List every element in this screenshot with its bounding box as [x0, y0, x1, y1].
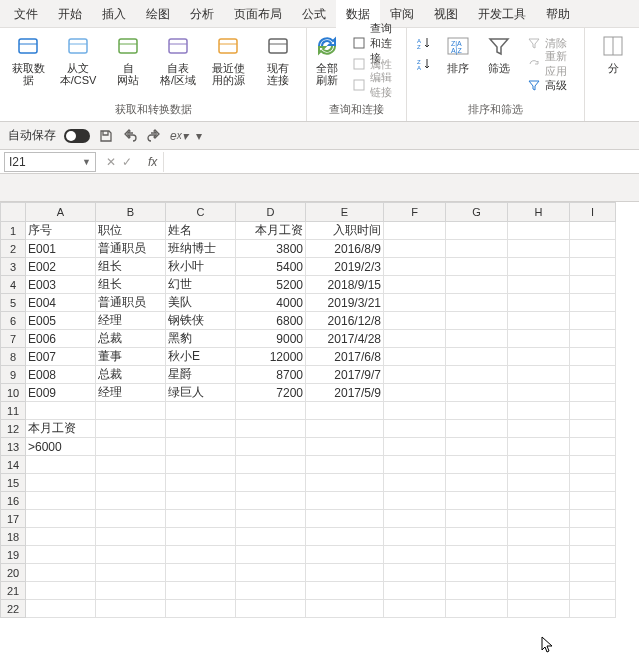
cell[interactable] [384, 528, 446, 546]
cell[interactable] [166, 528, 236, 546]
cell[interactable]: 总裁 [96, 366, 166, 384]
ribbon-button[interactable]: 现有连接 [256, 32, 300, 86]
cell[interactable] [384, 384, 446, 402]
cell[interactable]: 12000 [236, 348, 306, 366]
cell[interactable] [96, 600, 166, 618]
cell[interactable] [446, 564, 508, 582]
cell[interactable] [446, 474, 508, 492]
row-header[interactable]: 18 [0, 528, 26, 546]
cell[interactable]: 8700 [236, 366, 306, 384]
cell[interactable] [96, 474, 166, 492]
cell[interactable] [26, 456, 96, 474]
cell[interactable] [166, 600, 236, 618]
cell[interactable]: 5400 [236, 258, 306, 276]
cell[interactable]: 组长 [96, 276, 166, 294]
cell[interactable] [508, 294, 570, 312]
row-header[interactable]: 4 [0, 276, 26, 294]
cell[interactable] [508, 528, 570, 546]
ribbon-button[interactable]: 获取数据 [6, 32, 50, 86]
cell[interactable] [384, 402, 446, 420]
cell[interactable] [508, 546, 570, 564]
tab-页面布局[interactable]: 页面布局 [224, 0, 292, 28]
cell[interactable] [26, 564, 96, 582]
autosave-toggle[interactable] [64, 129, 90, 143]
ribbon-button[interactable]: 最近使用的源 [206, 32, 250, 86]
ribbon-item[interactable]: 编辑链接 [348, 76, 400, 94]
row-header[interactable]: 11 [0, 402, 26, 420]
cell[interactable] [508, 384, 570, 402]
cell[interactable] [446, 528, 508, 546]
cell[interactable]: 4000 [236, 294, 306, 312]
cell[interactable] [570, 510, 616, 528]
cell[interactable] [166, 438, 236, 456]
cell[interactable] [96, 546, 166, 564]
cell[interactable]: E008 [26, 366, 96, 384]
cell[interactable] [96, 402, 166, 420]
cell[interactable] [166, 582, 236, 600]
cell[interactable] [96, 420, 166, 438]
cell[interactable] [26, 528, 96, 546]
cell[interactable] [570, 582, 616, 600]
row-header[interactable]: 19 [0, 546, 26, 564]
cell[interactable] [508, 258, 570, 276]
cell[interactable]: 2018/9/15 [306, 276, 384, 294]
row-header[interactable]: 10 [0, 384, 26, 402]
cell[interactable] [166, 492, 236, 510]
tab-分析[interactable]: 分析 [180, 0, 224, 28]
tab-公式[interactable]: 公式 [292, 0, 336, 28]
cell[interactable] [508, 582, 570, 600]
cell[interactable]: E003 [26, 276, 96, 294]
cell[interactable] [96, 492, 166, 510]
cell[interactable]: 职位 [96, 222, 166, 240]
cell[interactable]: 班纳博士 [166, 240, 236, 258]
cell[interactable] [26, 546, 96, 564]
qat-item[interactable]: ex ▾ [170, 129, 188, 143]
cell[interactable]: 7200 [236, 384, 306, 402]
cell[interactable] [236, 546, 306, 564]
cell[interactable] [236, 456, 306, 474]
cell[interactable] [26, 600, 96, 618]
row-header[interactable]: 22 [0, 600, 26, 618]
cell[interactable] [96, 528, 166, 546]
column-header[interactable]: F [384, 202, 446, 222]
cell[interactable] [236, 510, 306, 528]
cell[interactable]: 本月工资 [236, 222, 306, 240]
cell[interactable] [570, 564, 616, 582]
cell[interactable]: 2016/12/8 [306, 312, 384, 330]
cell[interactable]: E005 [26, 312, 96, 330]
ribbon-item[interactable]: 查询和连接 [348, 34, 400, 52]
cell[interactable] [26, 474, 96, 492]
cell[interactable]: 2017/9/7 [306, 366, 384, 384]
cell[interactable]: 总裁 [96, 330, 166, 348]
cell[interactable] [446, 294, 508, 312]
cell[interactable] [306, 582, 384, 600]
cell[interactable]: 2017/5/9 [306, 384, 384, 402]
cell[interactable] [508, 474, 570, 492]
reapply-button[interactable]: 重新应用 [523, 55, 578, 73]
column-header[interactable]: H [508, 202, 570, 222]
cell[interactable] [508, 510, 570, 528]
cell[interactable] [570, 474, 616, 492]
tab-开始[interactable]: 开始 [48, 0, 92, 28]
cell[interactable] [306, 438, 384, 456]
cell[interactable] [96, 438, 166, 456]
cell[interactable]: E002 [26, 258, 96, 276]
cell[interactable]: 9000 [236, 330, 306, 348]
redo-button[interactable] [146, 128, 162, 144]
cell[interactable]: 普通职员 [96, 240, 166, 258]
cell[interactable] [570, 384, 616, 402]
cell[interactable] [166, 510, 236, 528]
cell[interactable] [384, 600, 446, 618]
cell[interactable]: 幻世 [166, 276, 236, 294]
column-header[interactable]: I [570, 202, 616, 222]
cell[interactable] [570, 546, 616, 564]
cell[interactable]: E004 [26, 294, 96, 312]
cell[interactable]: 6800 [236, 312, 306, 330]
cell[interactable] [446, 330, 508, 348]
cell[interactable] [570, 240, 616, 258]
cell[interactable] [446, 366, 508, 384]
cell[interactable] [166, 420, 236, 438]
cell[interactable] [306, 492, 384, 510]
cell[interactable] [384, 276, 446, 294]
column-header[interactable]: A [26, 202, 96, 222]
